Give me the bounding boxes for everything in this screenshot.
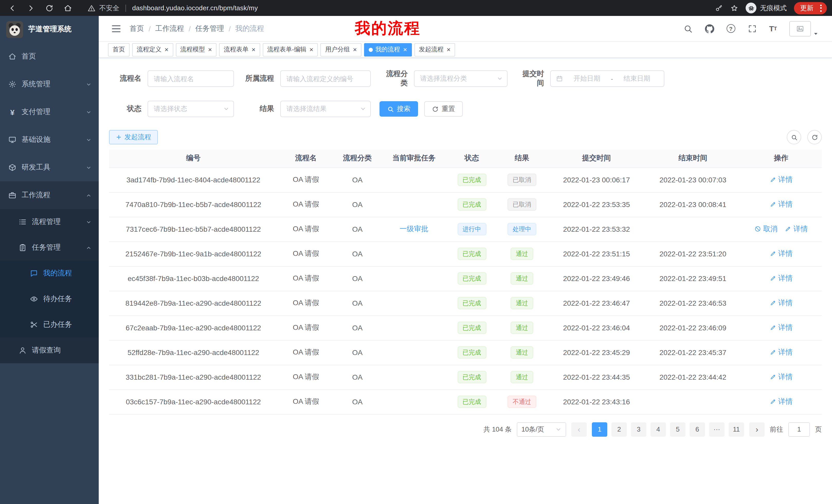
cell-end-time [645, 389, 740, 414]
detail-link[interactable]: 详情 [770, 175, 793, 185]
fullscreen-icon[interactable] [747, 24, 757, 33]
address-bar[interactable]: 不安全 dashboard.yudao.iocoder.cn/bpm/task/… [87, 3, 258, 12]
detail-link[interactable]: 详情 [770, 249, 793, 258]
next-page-button[interactable]: › [749, 422, 765, 437]
cell-current-task [381, 315, 447, 340]
pencil-icon [770, 325, 776, 331]
tab-close-icon[interactable]: × [447, 46, 450, 53]
result-select[interactable]: 请选择流结果 [280, 101, 371, 117]
sidebar-item-todo-tasks[interactable]: 待办任务 [0, 286, 99, 312]
page-button-6[interactable]: 6 [690, 422, 705, 437]
browser-menu-icon[interactable] [818, 4, 824, 11]
key-icon[interactable] [715, 4, 723, 12]
github-icon[interactable] [705, 24, 714, 33]
update-button[interactable]: 更新 [794, 2, 827, 14]
process-definition-input[interactable] [280, 71, 371, 87]
browser-home-icon[interactable] [64, 4, 72, 12]
page-size-select[interactable]: 10条/页 [517, 422, 566, 437]
tab-7[interactable]: 发起流程× [414, 43, 455, 56]
submit-time-range-picker[interactable]: 开始日期 - 结束日期 [550, 71, 665, 87]
detail-link[interactable]: 详情 [770, 323, 793, 332]
page-button-5[interactable]: 5 [670, 422, 685, 437]
cell-name: OA 请假 [278, 340, 334, 365]
process-name-input[interactable] [148, 71, 234, 87]
sidebar-item-devtools[interactable]: 研发工具 [0, 153, 99, 181]
tab-6[interactable]: 我的流程× [364, 43, 412, 56]
pagination-total: 共 104 条 [483, 425, 512, 434]
detail-link[interactable]: 详情 [770, 274, 793, 283]
start-date-placeholder[interactable]: 开始日期 [565, 74, 609, 83]
cell-result: 已取消 [496, 167, 548, 192]
help-icon[interactable]: ? [726, 24, 735, 33]
sidebar-item-system[interactable]: 系统管理 [0, 71, 99, 98]
page-ellipsis[interactable]: ··· [709, 422, 725, 437]
sidebar-item-task-management[interactable]: 任务管理 [0, 235, 99, 260]
page-button-2[interactable]: 2 [612, 422, 627, 437]
tab-4[interactable]: 流程表单-编辑× [263, 43, 318, 56]
tab-close-icon[interactable]: × [164, 46, 168, 53]
breadcrumb-item-task-management[interactable]: 任务管理 [196, 24, 224, 33]
sidebar-item-done-tasks[interactable]: 已办任务 [0, 312, 99, 338]
page-button-11[interactable]: 11 [729, 422, 744, 437]
create-process-button[interactable]: 发起流程 [109, 130, 158, 144]
hamburger-icon[interactable] [111, 23, 121, 34]
font-size-icon[interactable]: TT [769, 24, 777, 33]
sidebar-item-home[interactable]: 首页 [0, 43, 99, 71]
page-button-1[interactable]: 1 [592, 422, 607, 437]
goto-page-input[interactable] [788, 422, 810, 437]
security-warning-icon[interactable] [87, 4, 96, 12]
tab-2[interactable]: 流程模型× [176, 43, 216, 56]
browser-back-icon[interactable] [8, 4, 17, 12]
page-button-3[interactable]: 3 [631, 422, 646, 437]
sidebar-item-my-process[interactable]: 我的流程 [0, 260, 99, 286]
bookmark-star-icon[interactable] [730, 4, 738, 12]
detail-link[interactable]: 详情 [770, 348, 793, 357]
tab-3[interactable]: 流程表单× [219, 43, 260, 56]
tab-close-icon[interactable]: × [252, 46, 255, 53]
tab-close-icon[interactable]: × [403, 46, 407, 53]
browser-reload-icon[interactable] [45, 4, 53, 12]
browser-forward-icon[interactable] [27, 4, 35, 12]
url-text[interactable]: dashboard.yudao.iocoder.cn/bpm/task/my [132, 4, 258, 12]
sidebar-item-process-management[interactable]: 流程管理 [0, 209, 99, 235]
search-icon[interactable] [683, 24, 693, 33]
task-link[interactable]: 一级审批 [399, 225, 428, 233]
breadcrumb-item-workflow[interactable]: 工作流程 [155, 24, 184, 33]
sidebar-item-workflow[interactable]: 工作流程 [0, 181, 99, 209]
tab-1[interactable]: 流程定义× [132, 43, 173, 56]
sidebar-item-payment[interactable]: ¥ 支付管理 [0, 98, 99, 126]
detail-link[interactable]: 详情 [770, 397, 793, 407]
reset-button[interactable]: 重置 [424, 101, 463, 117]
cancel-link[interactable]: 取消 [754, 225, 778, 234]
tab-5[interactable]: 用户分组× [321, 43, 362, 56]
detail-link[interactable]: 详情 [770, 299, 793, 308]
update-label: 更新 [800, 3, 813, 12]
status-badge: 已完成 [458, 174, 486, 186]
tab-close-icon[interactable]: × [353, 46, 357, 53]
cell-status: 已完成 [447, 389, 496, 414]
app-logo-row[interactable]: 芋道管理系统 [0, 16, 99, 43]
cell-end-time: 2022-01-23 00:07:03 [645, 167, 740, 192]
status-select[interactable]: 请选择状态 [148, 101, 234, 117]
refresh-table-button[interactable] [807, 130, 822, 144]
cell-current-task [381, 291, 447, 315]
end-date-placeholder[interactable]: 结束日期 [615, 74, 659, 83]
sidebar-item-leave-query[interactable]: 请假查询 [0, 338, 99, 363]
tab-0[interactable]: 首页 [108, 43, 130, 56]
category-select[interactable]: 请选择流程分类 [414, 71, 508, 87]
breadcrumb-item-home[interactable]: 首页 [130, 24, 144, 33]
sidebar-item-infra[interactable]: 基础设施 [0, 126, 99, 153]
detail-link[interactable]: 详情 [770, 200, 793, 209]
active-tab-dot [369, 48, 373, 52]
tab-close-icon[interactable]: × [208, 46, 212, 53]
tab-close-icon[interactable]: × [310, 46, 313, 53]
toggle-search-button[interactable] [787, 130, 801, 144]
prev-page-button[interactable]: ‹ [571, 422, 587, 437]
user-avatar[interactable] [789, 21, 818, 36]
status-badge: 已完成 [458, 396, 486, 408]
detail-link[interactable]: 详情 [770, 372, 793, 382]
search-button[interactable]: 搜索 [380, 101, 418, 117]
page-button-4[interactable]: 4 [650, 422, 666, 437]
result-badge: 通过 [511, 297, 533, 309]
detail-link[interactable]: 详情 [785, 225, 808, 234]
